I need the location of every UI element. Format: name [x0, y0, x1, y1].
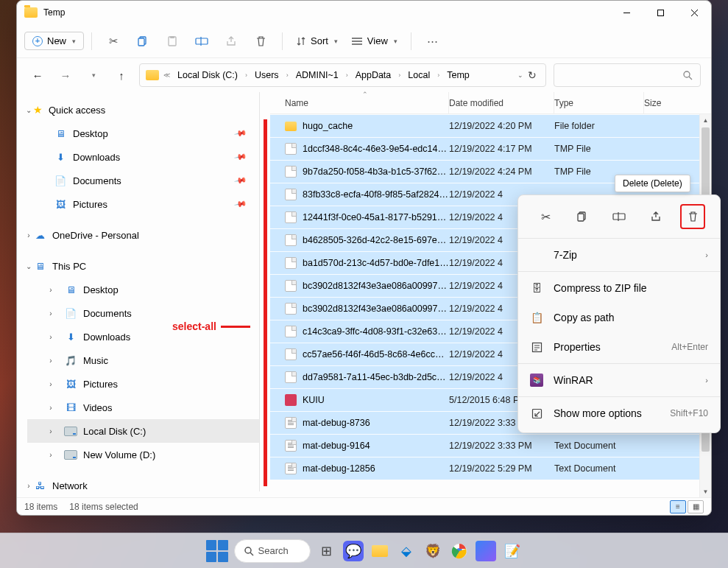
- icons-view-button[interactable]: ▦: [688, 500, 704, 513]
- sidebar-label: Local Disk (C:): [83, 426, 146, 437]
- rename-icon[interactable]: [188, 28, 216, 55]
- sidebar-item-documents[interactable]: 📄Documents📌: [27, 169, 259, 192]
- sort-button[interactable]: Sort ▾: [290, 32, 344, 49]
- table-row[interactable]: mat-debug-9164 12/19/2022 3:33 PM Text D…: [270, 434, 711, 457]
- copy-path-icon: 📋: [530, 311, 543, 324]
- taskbar-brave[interactable]: 🦁: [423, 541, 443, 561]
- close-button[interactable]: [677, 1, 711, 24]
- cut-icon[interactable]: ✂: [99, 28, 127, 55]
- taskbar-explorer[interactable]: [370, 541, 390, 561]
- search-icon: [244, 546, 254, 556]
- taskbar-notepad[interactable]: 📝: [502, 541, 523, 561]
- status-items: 18 items: [24, 502, 57, 512]
- breadcrumb-segment[interactable]: Temp: [444, 69, 473, 82]
- minimize-button[interactable]: [609, 1, 643, 24]
- breadcrumb-segment[interactable]: Users: [252, 69, 282, 82]
- breadcrumb-segment[interactable]: AppData: [353, 69, 395, 82]
- breadcrumb-segment[interactable]: ADMINI~1: [293, 69, 342, 82]
- up-button[interactable]: ↑: [111, 65, 132, 85]
- taskbar-task-view[interactable]: ⊞: [317, 541, 337, 561]
- taskbar-vscode[interactable]: ⬙: [396, 541, 417, 561]
- sidebar-item-quick-access[interactable]: ⌄ ★ Quick access: [27, 98, 259, 122]
- taskbar-app[interactable]: 💬: [343, 541, 364, 561]
- taskbar-app[interactable]: [476, 541, 496, 561]
- taskbar-search[interactable]: Search: [234, 539, 311, 563]
- sidebar-item-pictures[interactable]: ›🖼Pictures: [27, 372, 259, 396]
- sidebar-item-desktop[interactable]: ›🖥Desktop: [27, 278, 259, 301]
- menu-item-compress-zip[interactable]: 🗄 Compress to ZIP file: [518, 273, 720, 303]
- column-date[interactable]: Date modified: [449, 92, 554, 113]
- chevron-right-icon[interactable]: ›: [24, 231, 33, 239]
- rename-icon[interactable]: [607, 204, 632, 229]
- column-name[interactable]: Name: [270, 92, 449, 113]
- sidebar-item-pictures[interactable]: 🖼Pictures📌: [27, 192, 259, 216]
- view-button[interactable]: View ▾: [345, 32, 403, 49]
- scroll-up-icon[interactable]: ▲: [700, 114, 711, 126]
- sidebar-item-videos[interactable]: ›🎞Videos: [27, 396, 259, 419]
- chevron-right-icon[interactable]: ›: [46, 309, 55, 318]
- sidebar-item-onedrive[interactable]: › ☁ OneDrive - Personal: [27, 223, 259, 247]
- menu-item-winrar[interactable]: 📚 WinRAR ›: [518, 365, 720, 395]
- more-icon[interactable]: ⋯: [419, 28, 447, 55]
- recent-dropdown[interactable]: ▾: [83, 65, 104, 85]
- breadcrumb-segment[interactable]: Local Disk (C:): [174, 69, 241, 82]
- svg-point-6: [684, 71, 690, 77]
- pc-icon: 🖥: [33, 260, 46, 272]
- sidebar-item-local-disk-c[interactable]: ›Local Disk (C:): [27, 419, 259, 443]
- search-input[interactable]: [554, 63, 701, 87]
- delete-icon[interactable]: [247, 28, 275, 55]
- refresh-icon[interactable]: ↻: [528, 69, 537, 81]
- chevron-right-icon[interactable]: ›: [24, 482, 33, 490]
- file-icon: [285, 440, 297, 452]
- copy-icon[interactable]: [570, 204, 595, 229]
- menu-item-copy-path[interactable]: 📋 Copy as path: [518, 303, 720, 332]
- chevron-right-icon[interactable]: ›: [46, 286, 55, 294]
- menu-item-properties[interactable]: Properties Alt+Enter: [518, 332, 720, 362]
- chevron-right-icon[interactable]: ›: [46, 380, 55, 388]
- chevron-down-icon[interactable]: ⌄: [517, 71, 523, 79]
- sidebar-item-music[interactable]: ›🎵Music: [27, 348, 259, 372]
- sidebar-item-network[interactable]: › 🖧 Network: [27, 474, 259, 497]
- menu-item-show-more[interactable]: Show more options Shift+F10: [518, 399, 720, 428]
- breadcrumb[interactable]: ≪ Local Disk (C:) › Users › ADMINI~1 › A…: [139, 63, 546, 87]
- maximize-button[interactable]: [643, 1, 677, 24]
- sidebar-item-this-pc[interactable]: ⌄ 🖥 This PC: [27, 254, 259, 278]
- sidebar-item-downloads[interactable]: ⬇Downloads📌: [27, 145, 259, 169]
- sidebar-item-new-volume-d[interactable]: ›New Volume (D:): [27, 443, 259, 466]
- sidebar-item-desktop[interactable]: 🖥Desktop📌: [27, 122, 259, 145]
- menu-label: Show more options: [554, 407, 642, 419]
- cut-icon[interactable]: ✂: [533, 204, 558, 229]
- menu-label: WinRAR: [554, 374, 593, 386]
- table-row[interactable]: 1dccf348-8c4c-46e3-9e54-edc1480811d6... …: [270, 137, 711, 160]
- back-button[interactable]: ←: [27, 65, 48, 85]
- window-folder-icon: [24, 7, 38, 18]
- scroll-down-icon[interactable]: ▼: [700, 485, 711, 497]
- chevron-down-icon[interactable]: ⌄: [24, 106, 33, 114]
- chevron-right-icon[interactable]: ›: [46, 427, 55, 435]
- chevron-right-icon[interactable]: ›: [46, 333, 55, 341]
- table-row[interactable]: hugo_cache 12/19/2022 4:20 PM File folde…: [270, 114, 711, 137]
- chevron-right-icon[interactable]: ›: [46, 451, 55, 459]
- paste-icon[interactable]: [158, 28, 186, 55]
- column-type[interactable]: Type: [554, 92, 644, 113]
- chevron-right-icon[interactable]: ›: [46, 357, 55, 365]
- share-icon[interactable]: [643, 204, 668, 229]
- cloud-icon: ☁: [33, 229, 46, 241]
- table-row[interactable]: mat-debug-12856 12/19/2022 5:29 PM Text …: [270, 457, 711, 480]
- taskbar-chrome[interactable]: [449, 541, 470, 561]
- chevron-down-icon[interactable]: ⌄: [24, 262, 33, 270]
- delete-icon[interactable]: [680, 204, 705, 229]
- share-icon[interactable]: [217, 28, 245, 55]
- copy-icon[interactable]: [129, 28, 157, 55]
- column-size[interactable]: Size: [644, 98, 711, 108]
- details-view-button[interactable]: ≡: [670, 500, 686, 513]
- breadcrumb-segment[interactable]: Local: [405, 69, 433, 82]
- menu-item-7zip[interactable]: 7-Zip ›: [518, 240, 720, 270]
- start-button[interactable]: [206, 540, 228, 562]
- file-name: b4628505-326d-42c2-8e15-697e4875010c...: [303, 235, 449, 245]
- divider: [282, 32, 283, 50]
- new-button[interactable]: + New ▾: [24, 32, 84, 50]
- forward-button[interactable]: →: [55, 65, 76, 85]
- chevron-right-icon[interactable]: ›: [46, 404, 55, 412]
- svg-rect-8: [578, 214, 584, 221]
